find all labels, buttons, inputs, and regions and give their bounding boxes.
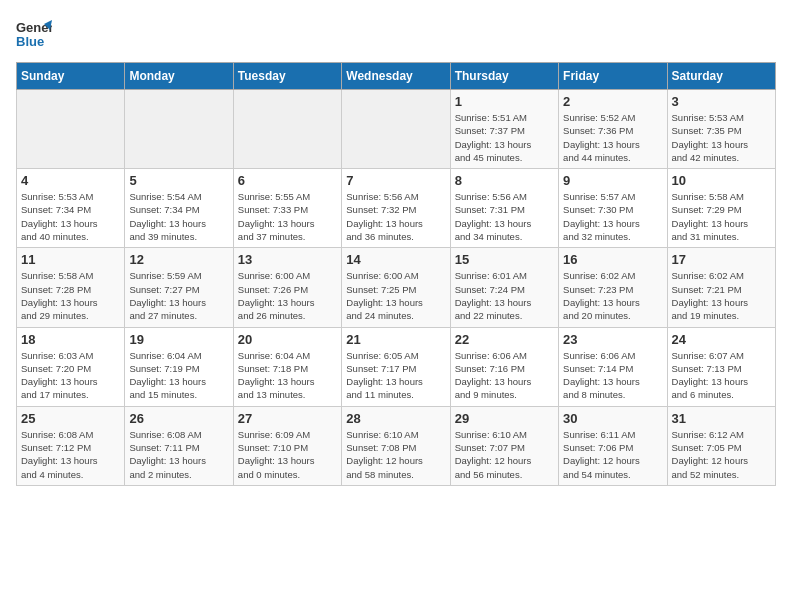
calendar-cell: 31Sunrise: 6:12 AM Sunset: 7:05 PM Dayli…	[667, 406, 775, 485]
calendar-cell: 14Sunrise: 6:00 AM Sunset: 7:25 PM Dayli…	[342, 248, 450, 327]
day-info: Sunrise: 5:55 AM Sunset: 7:33 PM Dayligh…	[238, 190, 337, 243]
day-info: Sunrise: 6:08 AM Sunset: 7:11 PM Dayligh…	[129, 428, 228, 481]
day-info: Sunrise: 5:52 AM Sunset: 7:36 PM Dayligh…	[563, 111, 662, 164]
calendar-cell	[233, 90, 341, 169]
calendar-cell: 25Sunrise: 6:08 AM Sunset: 7:12 PM Dayli…	[17, 406, 125, 485]
calendar-cell: 9Sunrise: 5:57 AM Sunset: 7:30 PM Daylig…	[559, 169, 667, 248]
calendar-cell: 13Sunrise: 6:00 AM Sunset: 7:26 PM Dayli…	[233, 248, 341, 327]
calendar-cell: 23Sunrise: 6:06 AM Sunset: 7:14 PM Dayli…	[559, 327, 667, 406]
day-info: Sunrise: 6:06 AM Sunset: 7:14 PM Dayligh…	[563, 349, 662, 402]
day-info: Sunrise: 5:58 AM Sunset: 7:28 PM Dayligh…	[21, 269, 120, 322]
day-number: 19	[129, 332, 228, 347]
day-info: Sunrise: 5:56 AM Sunset: 7:31 PM Dayligh…	[455, 190, 554, 243]
day-number: 17	[672, 252, 771, 267]
calendar-cell: 15Sunrise: 6:01 AM Sunset: 7:24 PM Dayli…	[450, 248, 558, 327]
day-info: Sunrise: 6:05 AM Sunset: 7:17 PM Dayligh…	[346, 349, 445, 402]
day-header-friday: Friday	[559, 63, 667, 90]
day-number: 2	[563, 94, 662, 109]
day-number: 18	[21, 332, 120, 347]
day-info: Sunrise: 6:00 AM Sunset: 7:25 PM Dayligh…	[346, 269, 445, 322]
calendar-cell	[125, 90, 233, 169]
calendar-cell: 19Sunrise: 6:04 AM Sunset: 7:19 PM Dayli…	[125, 327, 233, 406]
day-info: Sunrise: 6:03 AM Sunset: 7:20 PM Dayligh…	[21, 349, 120, 402]
day-header-wednesday: Wednesday	[342, 63, 450, 90]
calendar-cell: 7Sunrise: 5:56 AM Sunset: 7:32 PM Daylig…	[342, 169, 450, 248]
week-row-4: 18Sunrise: 6:03 AM Sunset: 7:20 PM Dayli…	[17, 327, 776, 406]
week-row-2: 4Sunrise: 5:53 AM Sunset: 7:34 PM Daylig…	[17, 169, 776, 248]
calendar-cell: 16Sunrise: 6:02 AM Sunset: 7:23 PM Dayli…	[559, 248, 667, 327]
calendar-cell: 11Sunrise: 5:58 AM Sunset: 7:28 PM Dayli…	[17, 248, 125, 327]
day-info: Sunrise: 6:10 AM Sunset: 7:08 PM Dayligh…	[346, 428, 445, 481]
svg-text:General: General	[16, 20, 52, 35]
day-info: Sunrise: 6:02 AM Sunset: 7:21 PM Dayligh…	[672, 269, 771, 322]
calendar-cell: 18Sunrise: 6:03 AM Sunset: 7:20 PM Dayli…	[17, 327, 125, 406]
calendar-cell: 2Sunrise: 5:52 AM Sunset: 7:36 PM Daylig…	[559, 90, 667, 169]
day-number: 30	[563, 411, 662, 426]
calendar-cell: 30Sunrise: 6:11 AM Sunset: 7:06 PM Dayli…	[559, 406, 667, 485]
calendar-cell: 8Sunrise: 5:56 AM Sunset: 7:31 PM Daylig…	[450, 169, 558, 248]
calendar-cell: 5Sunrise: 5:54 AM Sunset: 7:34 PM Daylig…	[125, 169, 233, 248]
svg-text:Blue: Blue	[16, 34, 44, 49]
day-info: Sunrise: 6:07 AM Sunset: 7:13 PM Dayligh…	[672, 349, 771, 402]
week-row-3: 11Sunrise: 5:58 AM Sunset: 7:28 PM Dayli…	[17, 248, 776, 327]
day-header-thursday: Thursday	[450, 63, 558, 90]
day-header-saturday: Saturday	[667, 63, 775, 90]
day-number: 3	[672, 94, 771, 109]
calendar-cell: 4Sunrise: 5:53 AM Sunset: 7:34 PM Daylig…	[17, 169, 125, 248]
day-info: Sunrise: 6:06 AM Sunset: 7:16 PM Dayligh…	[455, 349, 554, 402]
day-number: 6	[238, 173, 337, 188]
day-number: 23	[563, 332, 662, 347]
calendar-table: SundayMondayTuesdayWednesdayThursdayFrid…	[16, 62, 776, 486]
day-number: 20	[238, 332, 337, 347]
day-number: 21	[346, 332, 445, 347]
day-info: Sunrise: 5:54 AM Sunset: 7:34 PM Dayligh…	[129, 190, 228, 243]
day-number: 4	[21, 173, 120, 188]
calendar-body: 1Sunrise: 5:51 AM Sunset: 7:37 PM Daylig…	[17, 90, 776, 486]
calendar-cell	[17, 90, 125, 169]
day-header-monday: Monday	[125, 63, 233, 90]
week-row-1: 1Sunrise: 5:51 AM Sunset: 7:37 PM Daylig…	[17, 90, 776, 169]
calendar-cell: 21Sunrise: 6:05 AM Sunset: 7:17 PM Dayli…	[342, 327, 450, 406]
calendar-cell: 24Sunrise: 6:07 AM Sunset: 7:13 PM Dayli…	[667, 327, 775, 406]
day-info: Sunrise: 6:12 AM Sunset: 7:05 PM Dayligh…	[672, 428, 771, 481]
day-number: 9	[563, 173, 662, 188]
calendar-cell: 6Sunrise: 5:55 AM Sunset: 7:33 PM Daylig…	[233, 169, 341, 248]
calendar-cell: 27Sunrise: 6:09 AM Sunset: 7:10 PM Dayli…	[233, 406, 341, 485]
calendar-cell: 10Sunrise: 5:58 AM Sunset: 7:29 PM Dayli…	[667, 169, 775, 248]
calendar-cell: 17Sunrise: 6:02 AM Sunset: 7:21 PM Dayli…	[667, 248, 775, 327]
day-number: 10	[672, 173, 771, 188]
logo-icon: General Blue	[16, 16, 52, 52]
day-info: Sunrise: 5:58 AM Sunset: 7:29 PM Dayligh…	[672, 190, 771, 243]
day-number: 7	[346, 173, 445, 188]
day-info: Sunrise: 6:08 AM Sunset: 7:12 PM Dayligh…	[21, 428, 120, 481]
day-number: 15	[455, 252, 554, 267]
day-info: Sunrise: 6:09 AM Sunset: 7:10 PM Dayligh…	[238, 428, 337, 481]
day-number: 22	[455, 332, 554, 347]
day-number: 1	[455, 94, 554, 109]
day-number: 13	[238, 252, 337, 267]
day-info: Sunrise: 6:11 AM Sunset: 7:06 PM Dayligh…	[563, 428, 662, 481]
day-number: 16	[563, 252, 662, 267]
day-info: Sunrise: 5:51 AM Sunset: 7:37 PM Dayligh…	[455, 111, 554, 164]
day-info: Sunrise: 6:10 AM Sunset: 7:07 PM Dayligh…	[455, 428, 554, 481]
calendar-cell: 1Sunrise: 5:51 AM Sunset: 7:37 PM Daylig…	[450, 90, 558, 169]
day-number: 25	[21, 411, 120, 426]
day-info: Sunrise: 6:01 AM Sunset: 7:24 PM Dayligh…	[455, 269, 554, 322]
day-number: 8	[455, 173, 554, 188]
calendar-header-row: SundayMondayTuesdayWednesdayThursdayFrid…	[17, 63, 776, 90]
day-info: Sunrise: 6:04 AM Sunset: 7:18 PM Dayligh…	[238, 349, 337, 402]
day-info: Sunrise: 5:53 AM Sunset: 7:34 PM Dayligh…	[21, 190, 120, 243]
day-number: 24	[672, 332, 771, 347]
week-row-5: 25Sunrise: 6:08 AM Sunset: 7:12 PM Dayli…	[17, 406, 776, 485]
day-info: Sunrise: 5:57 AM Sunset: 7:30 PM Dayligh…	[563, 190, 662, 243]
day-number: 26	[129, 411, 228, 426]
calendar-cell	[342, 90, 450, 169]
calendar-cell: 22Sunrise: 6:06 AM Sunset: 7:16 PM Dayli…	[450, 327, 558, 406]
day-info: Sunrise: 6:02 AM Sunset: 7:23 PM Dayligh…	[563, 269, 662, 322]
day-info: Sunrise: 5:56 AM Sunset: 7:32 PM Dayligh…	[346, 190, 445, 243]
calendar-cell: 20Sunrise: 6:04 AM Sunset: 7:18 PM Dayli…	[233, 327, 341, 406]
day-number: 28	[346, 411, 445, 426]
day-info: Sunrise: 6:04 AM Sunset: 7:19 PM Dayligh…	[129, 349, 228, 402]
day-info: Sunrise: 6:00 AM Sunset: 7:26 PM Dayligh…	[238, 269, 337, 322]
calendar-cell: 29Sunrise: 6:10 AM Sunset: 7:07 PM Dayli…	[450, 406, 558, 485]
